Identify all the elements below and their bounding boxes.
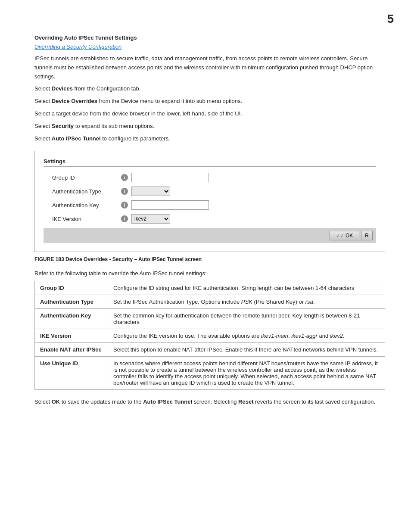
- field-enable-nat: Enable NAT after IPSec: [35, 343, 108, 357]
- settings-table: Group ID Configure the ID string used fo…: [34, 281, 385, 390]
- auth-key-info-icon[interactable]: i: [121, 202, 128, 208]
- section-title: Overriding Auto IPSec Tunnel Settings: [34, 34, 385, 41]
- table-row: Authentication Type Set the IPSec Authen…: [35, 295, 385, 309]
- table-row: Group ID Configure the ID string used fo…: [35, 281, 385, 295]
- auth-type-row: Authentication Type i PSK rsa: [44, 187, 376, 196]
- figure-caption: FIGURE 183 Device Overrides - Security –…: [34, 256, 385, 262]
- ok-button[interactable]: ✓✓ OK: [330, 231, 359, 240]
- field-group-id: Group ID: [35, 281, 108, 295]
- desc-auth-type: Set the IPSec Authentication Type. Optio…: [108, 295, 385, 309]
- group-id-info-icon[interactable]: i: [121, 174, 128, 181]
- ok-bar: ✓✓ OK R: [44, 228, 376, 243]
- auth-type-info-icon[interactable]: i: [121, 188, 128, 195]
- settings-title: Settings: [44, 158, 376, 167]
- field-auth-type: Authentication Type: [35, 295, 108, 309]
- desc-auth-key: Set the common key for authentication be…: [108, 309, 385, 329]
- link-title[interactable]: Overriding a Security Configuration: [34, 44, 385, 50]
- refer-text: Refer to the following table to override…: [34, 270, 385, 277]
- intro-paragraph: IPSec tunnels are established to secure …: [34, 54, 385, 81]
- desc-group-id: Configure the ID string used for IKE aut…: [108, 281, 385, 295]
- desc-ike-version: Configure the IKE version to use. The av…: [108, 329, 385, 343]
- table-row: Authentication Key Set the common key fo…: [35, 309, 385, 329]
- field-auth-key: Authentication Key: [35, 309, 108, 329]
- auth-type-select[interactable]: PSK rsa: [131, 187, 170, 196]
- step1: Select Devices from the Configuration ta…: [34, 84, 385, 93]
- footer-text: Select OK to save the updates made to th…: [34, 398, 385, 407]
- reset-button[interactable]: R: [361, 231, 373, 240]
- ike-version-select[interactable]: ikev2 ikev1-main ikev1-aggr: [131, 214, 170, 224]
- table-row: IKE Version Configure the IKE version to…: [35, 329, 385, 343]
- table-row: Use Unique ID In scenarios where differe…: [35, 357, 385, 390]
- auth-type-label: Authentication Type: [52, 188, 121, 195]
- ike-version-row: IKE Version i ikev2 ikev1-main ikev1-agg…: [44, 214, 376, 224]
- desc-enable-nat: Select this option to enable NAT after I…: [108, 343, 385, 357]
- auth-key-row: Authentication Key i: [44, 200, 376, 210]
- field-use-unique-id: Use Unique ID: [35, 357, 108, 390]
- page-number: 5: [387, 12, 394, 26]
- table-row: Enable NAT after IPSec Select this optio…: [35, 343, 385, 357]
- settings-panel: Settings Group ID i Authentication Type …: [34, 151, 385, 252]
- field-ike-version: IKE Version: [35, 329, 108, 343]
- step4: Select Security to expand its sub menu o…: [34, 122, 385, 131]
- group-id-input[interactable]: [131, 173, 209, 182]
- group-id-row: Group ID i: [44, 173, 376, 182]
- auth-key-label: Authentication Key: [52, 202, 121, 208]
- ike-version-label: IKE Version: [52, 216, 121, 222]
- group-id-label: Group ID: [52, 174, 121, 181]
- step3: Select a target device from the device b…: [34, 109, 385, 118]
- ike-version-info-icon[interactable]: i: [121, 215, 128, 222]
- desc-use-unique-id: In scenarios where different access poin…: [108, 357, 385, 390]
- auth-key-input[interactable]: [131, 200, 209, 210]
- step2: Select Device Overrides from the Device …: [34, 97, 385, 106]
- ok-icon: ✓✓: [336, 233, 344, 239]
- step5: Select Auto IPSec Tunnel to configure it…: [34, 134, 385, 143]
- ok-button-label: OK: [346, 233, 353, 239]
